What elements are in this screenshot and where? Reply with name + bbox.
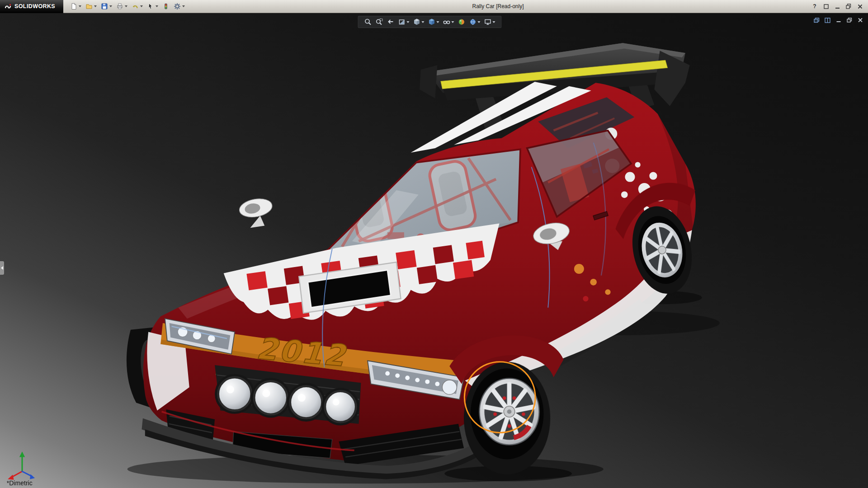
solidworks-logo-icon bbox=[4, 3, 12, 10]
display-style-button[interactable] bbox=[428, 18, 439, 26]
open-folder-icon bbox=[85, 3, 93, 10]
view-settings-button[interactable] bbox=[484, 18, 495, 26]
previous-view-icon bbox=[387, 18, 394, 26]
logo-text: SOLIDWORKS bbox=[14, 3, 55, 9]
dropdown-caret bbox=[451, 21, 454, 23]
print-button[interactable] bbox=[115, 2, 129, 11]
front-right-wheel[interactable] bbox=[464, 362, 550, 475]
panel-expand-handle[interactable] bbox=[0, 261, 4, 275]
titlebar: SOLIDWORKS bbox=[0, 0, 868, 13]
dropdown-caret bbox=[156, 5, 158, 7]
cascade-windows-button[interactable] bbox=[813, 17, 821, 23]
dropdown-caret bbox=[109, 5, 112, 7]
dropdown-caret bbox=[79, 5, 81, 7]
doc-restore-button[interactable] bbox=[845, 17, 853, 23]
new-document-button[interactable] bbox=[69, 2, 83, 11]
undo-button[interactable] bbox=[130, 2, 144, 11]
zoom-to-fit-button[interactable] bbox=[364, 18, 372, 26]
view-orientation-icon bbox=[413, 18, 420, 26]
rally-car-model[interactable]: 2012 bbox=[127, 43, 699, 479]
fullscreen-icon bbox=[824, 4, 829, 9]
zoom-to-area-icon bbox=[375, 18, 383, 26]
close-button[interactable] bbox=[855, 2, 865, 11]
save-button[interactable] bbox=[99, 2, 113, 11]
zoom-to-fit-icon bbox=[364, 18, 372, 26]
zoom-to-area-button[interactable] bbox=[375, 18, 383, 26]
section-view-button[interactable] bbox=[398, 18, 409, 26]
help-label: ? bbox=[813, 3, 816, 9]
tile-windows-button[interactable] bbox=[824, 17, 831, 23]
undo-icon bbox=[132, 3, 139, 10]
minimize-icon bbox=[835, 4, 840, 9]
restore-icon bbox=[846, 4, 851, 9]
new-document-icon bbox=[70, 3, 77, 10]
dropdown-caret bbox=[182, 5, 185, 7]
options-button[interactable] bbox=[172, 2, 186, 11]
rebuild-button[interactable] bbox=[161, 2, 171, 11]
orientation-label: *Dimetric bbox=[7, 479, 33, 487]
edit-appearance-button[interactable] bbox=[458, 18, 465, 26]
doc-close-icon bbox=[858, 18, 863, 23]
cascade-icon bbox=[814, 18, 820, 23]
view-settings-icon bbox=[484, 18, 491, 26]
doc-minimize-button[interactable] bbox=[835, 17, 842, 23]
display-style-icon bbox=[428, 18, 435, 26]
dropdown-caret bbox=[436, 21, 439, 23]
dropdown-caret bbox=[421, 21, 424, 23]
edit-appearance-icon bbox=[458, 18, 465, 26]
doc-minimize-icon bbox=[836, 18, 841, 23]
dropdown-caret bbox=[140, 5, 143, 7]
standard-toolbar bbox=[69, 2, 186, 11]
view-orientation-button[interactable] bbox=[413, 18, 424, 26]
help-button[interactable]: ? bbox=[810, 2, 820, 11]
select-cursor-icon bbox=[147, 3, 154, 10]
hide-show-items-icon bbox=[443, 18, 450, 26]
window-controls: ? bbox=[810, 2, 868, 11]
document-window-controls bbox=[813, 17, 864, 23]
previous-view-button[interactable] bbox=[387, 18, 394, 26]
open-document-button[interactable] bbox=[84, 2, 98, 11]
close-icon bbox=[858, 4, 863, 9]
doc-restore-icon bbox=[847, 18, 852, 23]
restore-button[interactable] bbox=[844, 2, 854, 11]
dropdown-caret bbox=[406, 21, 409, 23]
dropdown-caret bbox=[492, 21, 495, 23]
dropdown-caret bbox=[125, 5, 127, 7]
graphics-area[interactable]: 2012 bbox=[0, 13, 868, 488]
solidworks-window: SOLIDWORKS bbox=[0, 0, 868, 488]
apply-scene-button[interactable] bbox=[469, 18, 480, 26]
select-button[interactable] bbox=[146, 2, 160, 11]
window-title: Rally Car [Read-only] bbox=[186, 3, 810, 9]
dropdown-caret bbox=[94, 5, 97, 7]
chevron-left-icon bbox=[1, 266, 3, 270]
fullscreen-button[interactable] bbox=[821, 2, 831, 11]
dropdown-caret bbox=[477, 21, 480, 23]
tile-icon bbox=[825, 18, 830, 23]
print-icon bbox=[116, 3, 123, 10]
graphics-viewport[interactable]: 2012 bbox=[0, 13, 868, 488]
doc-close-button[interactable] bbox=[856, 17, 864, 23]
left-mirror bbox=[238, 196, 274, 228]
minimize-button[interactable] bbox=[832, 2, 842, 11]
orientation-triad bbox=[8, 451, 35, 479]
hide-show-items-button[interactable] bbox=[443, 18, 454, 26]
solidworks-logo: SOLIDWORKS bbox=[0, 0, 63, 13]
save-icon bbox=[101, 3, 108, 10]
apply-scene-icon bbox=[469, 18, 476, 26]
options-gear-icon bbox=[174, 3, 181, 10]
section-view-icon bbox=[398, 18, 406, 26]
heads-up-view-toolbar bbox=[358, 16, 501, 28]
rebuild-icon bbox=[162, 3, 170, 10]
